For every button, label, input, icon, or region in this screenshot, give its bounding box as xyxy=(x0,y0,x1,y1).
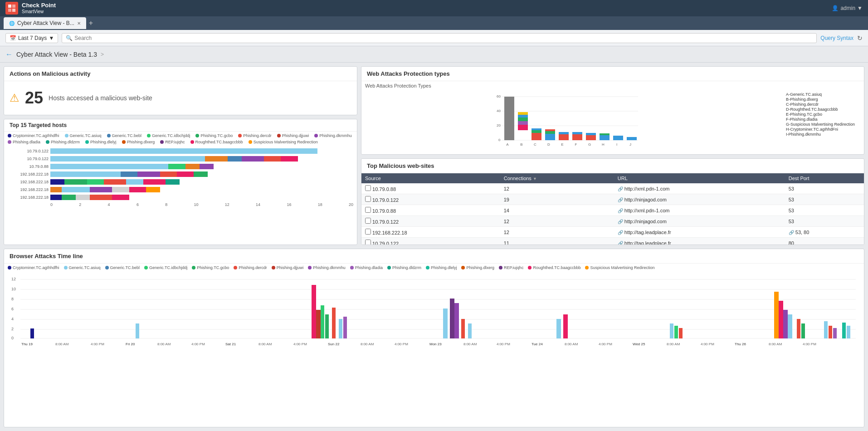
table-row: 192.168.222.18 xyxy=(8,171,353,177)
svg-rect-70 xyxy=(454,303,459,338)
svg-text:Thu 26: Thu 26 xyxy=(735,342,746,346)
refresh-button[interactable]: ↻ xyxy=(857,34,863,42)
search-bar[interactable]: 🔍 xyxy=(62,33,817,43)
tab-bar: 🌐 Cyber Attack View - B... ✕ + xyxy=(0,16,868,30)
legend-item: Roughthed.TC.baagccbbb xyxy=(190,140,243,144)
svg-rect-28 xyxy=(572,132,582,134)
legend-item: Phishing.dercdr xyxy=(234,265,267,270)
legend-item: Phishing.dkmmhu xyxy=(314,133,352,138)
svg-rect-14 xyxy=(518,121,528,125)
svg-text:10: 10 xyxy=(11,287,16,291)
top-hosts-header: Top 15 Targeted hosts xyxy=(4,119,357,132)
svg-text:Sun 22: Sun 22 xyxy=(328,342,340,346)
svg-text:2: 2 xyxy=(11,327,14,331)
web-attacks-panel: Web Attacks Protection types Web Attacks… xyxy=(361,66,864,155)
legend-item: Phishing.dladia xyxy=(350,265,383,270)
svg-rect-0 xyxy=(8,5,11,8)
svg-rect-85 xyxy=(829,326,832,338)
legend-item: Generic.TC.bebl xyxy=(105,265,140,270)
svg-rect-71 xyxy=(461,319,465,338)
svg-rect-17 xyxy=(518,112,528,115)
legend-item: I-Phishing.dkmmhu xyxy=(786,132,860,137)
svg-text:8: 8 xyxy=(11,297,14,301)
row-checkbox[interactable] xyxy=(365,240,371,245)
svg-rect-73 xyxy=(556,319,561,338)
svg-rect-60 xyxy=(136,323,139,338)
active-tab[interactable]: 🌐 Cyber Attack View - B... ✕ xyxy=(4,17,86,29)
row-checkbox[interactable] xyxy=(365,196,371,202)
svg-text:Sat 21: Sat 21 xyxy=(225,342,236,346)
search-input[interactable] xyxy=(74,35,813,41)
svg-rect-21 xyxy=(532,128,541,130)
top-sites-panel: Top Malicious web-sites Source Connectio… xyxy=(361,158,864,245)
row-checkbox[interactable] xyxy=(365,229,371,235)
svg-rect-3 xyxy=(12,9,15,12)
breadcrumb-forward-icon: > xyxy=(101,51,104,58)
timeline-svg: 12 10 8 6 4 2 0 xyxy=(8,274,860,346)
logo-area: Check Point SmartView xyxy=(5,2,56,15)
legend-item: Generic.TC.asiuq xyxy=(64,265,101,270)
legend-item: Generic.TC.idbchjddj xyxy=(144,265,187,270)
legend-item: G-Suspicious Malvertising Redirection xyxy=(786,122,860,127)
svg-rect-65 xyxy=(332,308,336,338)
col-url[interactable]: URL xyxy=(614,173,785,183)
col-port[interactable]: Dest Port xyxy=(785,173,864,183)
svg-text:0: 0 xyxy=(498,138,501,142)
legend-item: Phishing.dldzrm xyxy=(46,140,80,144)
svg-text:8:00 AM: 8:00 AM xyxy=(769,342,782,346)
legend-item: Phishing.djjuwi xyxy=(277,133,309,138)
svg-text:H: H xyxy=(602,142,605,147)
svg-rect-12 xyxy=(504,97,514,140)
svg-rect-26 xyxy=(559,132,569,134)
legend-item: F-Phishing.dladia xyxy=(786,117,860,122)
legend-item: Phishing.TC.gcbo xyxy=(195,133,233,138)
user-area: 👤 admin ▼ xyxy=(832,5,863,11)
svg-text:8:00 AM: 8:00 AM xyxy=(258,342,272,346)
table-row: 192.168.222.18 xyxy=(8,186,353,193)
table-row: 192.168.222.1812🔗 http://tag.leadplace.f… xyxy=(361,227,864,238)
svg-rect-74 xyxy=(563,314,568,338)
back-button[interactable]: ← xyxy=(5,50,13,59)
svg-rect-59 xyxy=(30,328,34,338)
svg-text:20: 20 xyxy=(497,123,501,127)
svg-rect-79 xyxy=(779,301,783,338)
svg-rect-31 xyxy=(600,135,610,140)
table-row: 10.79.0.8812🔗 http://xml.pdn-1.com53 xyxy=(361,183,864,194)
top-bar: Check Point SmartView 👤 admin ▼ xyxy=(0,0,868,16)
row-checkbox[interactable] xyxy=(365,218,371,224)
svg-text:F: F xyxy=(575,142,577,147)
malicious-activity-header: Actions on Malicious activity xyxy=(4,67,357,81)
legend-item: Phishing.dlxerg xyxy=(122,140,155,144)
svg-rect-19 xyxy=(532,133,541,140)
table-row: 10.79.0.122 xyxy=(8,148,353,154)
svg-text:40: 40 xyxy=(497,109,501,113)
legend-item: Suspicious Malvertising Redirection xyxy=(249,140,318,144)
row-checkbox[interactable] xyxy=(365,185,371,191)
legend-item: Phishing.dldzrm xyxy=(387,265,421,270)
col-connections[interactable]: Connections ▼ xyxy=(500,173,614,183)
svg-text:J: J xyxy=(629,142,631,147)
svg-text:Thu 19: Thu 19 xyxy=(21,342,33,346)
svg-rect-33 xyxy=(613,136,623,140)
svg-rect-27 xyxy=(572,134,582,140)
tab-close-button[interactable]: ✕ xyxy=(77,21,81,26)
user-dropdown-icon[interactable]: ▼ xyxy=(857,5,863,11)
table-row: 192.168.222.18 xyxy=(8,194,353,201)
sites-table-container[interactable]: Source Connections ▼ URL Dest Port 10.79… xyxy=(361,173,864,245)
svg-rect-62 xyxy=(316,310,321,338)
logo-icon xyxy=(5,2,18,15)
malicious-activity-panel: Actions on Malicious activity ⚠ 25 Hosts… xyxy=(4,66,357,115)
svg-rect-16 xyxy=(518,115,528,118)
svg-text:4:00 PM: 4:00 PM xyxy=(91,342,104,346)
new-tab-button[interactable]: + xyxy=(89,19,93,27)
query-syntax-link[interactable]: Query Syntax xyxy=(820,35,853,41)
web-attacks-chart-area: 60 40 20 0 xyxy=(361,90,779,154)
svg-rect-86 xyxy=(833,328,837,338)
time-filter-button[interactable]: 📅 Last 7 Days ▼ xyxy=(5,33,58,43)
user-icon: 👤 xyxy=(832,5,839,11)
table-row: 10.79.0.122 xyxy=(8,156,353,162)
svg-text:60: 60 xyxy=(497,94,501,98)
row-checkbox[interactable] xyxy=(365,207,371,213)
top-hosts-panel: Top 15 Targeted hosts Cryptominer.TC.agI… xyxy=(4,119,357,245)
col-source[interactable]: Source xyxy=(361,173,500,183)
